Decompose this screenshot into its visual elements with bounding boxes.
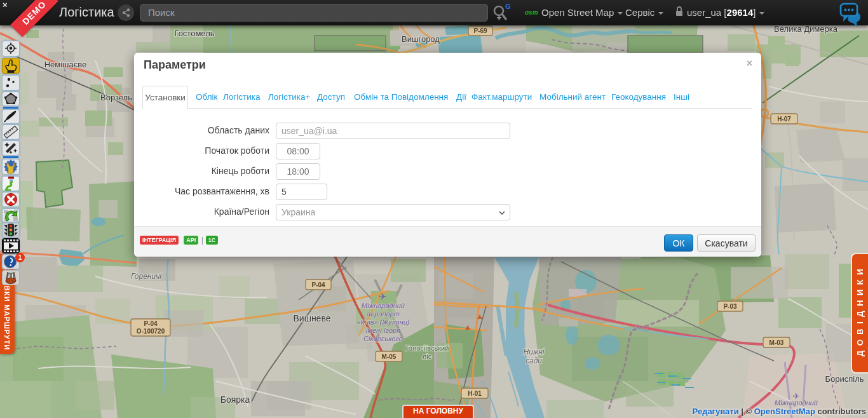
svg-text:G: G [505, 3, 511, 10]
